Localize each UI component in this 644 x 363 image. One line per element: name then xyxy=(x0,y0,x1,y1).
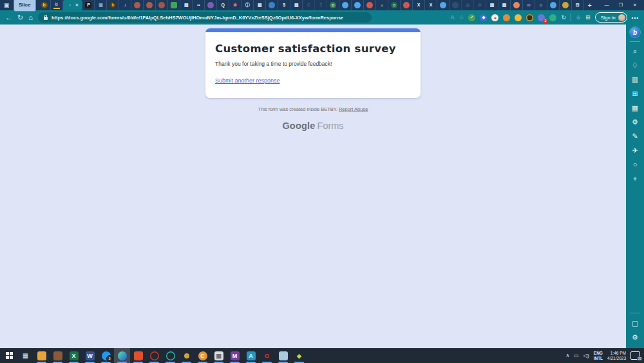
mega-app[interactable]: M xyxy=(227,348,243,363)
tab-blue-dot[interactable] xyxy=(266,0,278,10)
brave[interactable] xyxy=(130,348,146,363)
refresh-button[interactable]: ↻ xyxy=(17,10,23,25)
compose-icon[interactable]: ✎ xyxy=(626,129,644,143)
ext-blue-shield[interactable]: ◆ xyxy=(480,14,487,21)
twitter[interactable]: 3 xyxy=(98,348,114,363)
submit-another-response-link[interactable]: Submit another response xyxy=(215,77,280,84)
tab-gold-b[interactable]: b xyxy=(39,0,51,10)
tab-twitter-3[interactable] xyxy=(437,0,450,10)
tab-gold-b-underline[interactable]: b xyxy=(51,0,63,10)
ext-green-check[interactable]: ✓ xyxy=(468,14,475,21)
read-aloud-icon[interactable]: A xyxy=(450,14,454,21)
notification-center-icon[interactable]: 39 xyxy=(630,351,640,360)
address-bar[interactable]: https://docs.google.com/forms/u/0/d/e/1F… xyxy=(38,12,372,23)
collections-icon[interactable]: ⊞ xyxy=(585,14,591,21)
tab-b-dark-gold[interactable]: b xyxy=(107,0,119,10)
ext-dark-gold[interactable] xyxy=(526,14,533,21)
tab-c-faded[interactable]: C xyxy=(303,0,315,10)
tab-twitter-4[interactable] xyxy=(547,0,560,10)
tab-sound[interactable]: ♪ xyxy=(119,0,131,10)
more-menu-icon[interactable]: ••• xyxy=(632,15,639,21)
tab-pink-1[interactable] xyxy=(364,0,376,10)
tab-x-2[interactable]: X xyxy=(425,0,437,10)
performance-icon[interactable]: ⚙ xyxy=(626,115,644,129)
bing-discover-icon[interactable]: b xyxy=(630,27,640,37)
lock-icon[interactable] xyxy=(44,17,48,20)
tab-tree[interactable]: ▲ xyxy=(376,0,388,10)
excel[interactable]: X xyxy=(66,348,82,363)
window-icon[interactable]: ▢ xyxy=(632,316,638,330)
coin-app[interactable]: C xyxy=(194,348,211,363)
report-abuse-link[interactable]: Report Abuse xyxy=(339,106,368,112)
sign-in-button[interactable]: Sign in xyxy=(595,12,627,23)
store-bag[interactable] xyxy=(50,348,66,363)
close-button[interactable]: ✕ xyxy=(628,0,642,10)
tab-blue-square[interactable]: ▣ xyxy=(95,0,107,10)
ext-yellow-coin[interactable] xyxy=(515,14,522,21)
home-button[interactable]: ⌂ xyxy=(28,10,33,25)
shopping-icon[interactable]: ♢ xyxy=(626,58,644,72)
tab-list-button[interactable]: ⊟ xyxy=(572,0,584,10)
tab-o-faded[interactable]: o xyxy=(535,0,547,10)
tab-star-red[interactable]: ✱ xyxy=(229,0,242,10)
workspaces-icon[interactable]: ▣ xyxy=(2,1,11,9)
anydesk-app[interactable]: A xyxy=(243,348,259,363)
tab-doc-4[interactable]: ▤ xyxy=(486,0,498,10)
drop-icon[interactable]: ○ xyxy=(626,157,644,172)
box3d-app[interactable] xyxy=(275,348,291,363)
tab-doc-1[interactable]: ▤ xyxy=(180,0,193,10)
sync-icon[interactable]: ↻ xyxy=(561,14,566,21)
tab-slash-faded[interactable]: ⊘ xyxy=(474,0,486,10)
tab-w-purple[interactable]: w xyxy=(523,0,535,10)
games-icon[interactable]: ▦ xyxy=(626,101,644,115)
add-sidebar-icon[interactable]: + xyxy=(626,172,644,186)
tab-instagram[interactable] xyxy=(511,0,523,10)
network-icon[interactable]: ▭ xyxy=(574,353,579,358)
tab-doc-3[interactable]: ▤ xyxy=(290,0,303,10)
start-button[interactable] xyxy=(1,348,17,363)
volume-icon[interactable]: ◁) xyxy=(583,353,589,358)
photos-app[interactable]: ▦ xyxy=(211,348,227,363)
tools-icon[interactable]: ▥ xyxy=(626,72,644,86)
clock[interactable]: 1:46 PM 4/21/2023 xyxy=(607,351,626,360)
favorite-add-icon[interactable]: ☆ xyxy=(459,14,464,21)
sidebar-settings-icon[interactable]: ⚙ xyxy=(632,330,638,344)
favorites-star-icon[interactable]: ☆ xyxy=(576,14,581,21)
back-button[interactable]: ← xyxy=(5,10,12,25)
tab-green-o[interactable]: o xyxy=(327,0,339,10)
language-indicator[interactable]: ENG INTL xyxy=(594,351,603,360)
edge[interactable] xyxy=(114,348,130,363)
diamond-app[interactable]: ◆ xyxy=(291,348,307,363)
tab-q[interactable]: Q xyxy=(217,0,229,10)
red-ring-app[interactable] xyxy=(146,348,162,363)
restore-button[interactable]: ❐ xyxy=(614,0,628,10)
tab-purple[interactable] xyxy=(205,0,217,10)
tab-current[interactable]: ▫ ✕ xyxy=(63,0,83,10)
new-tab-button[interactable]: + xyxy=(584,1,596,9)
opera[interactable]: O xyxy=(259,348,275,363)
tab-bird-faded[interactable] xyxy=(450,0,462,10)
office-icon[interactable]: ⊞ xyxy=(626,86,644,101)
tab-dollar[interactable]: $ xyxy=(278,0,290,10)
file-explorer[interactable] xyxy=(33,348,50,363)
word[interactable]: W xyxy=(82,348,98,363)
tab-p[interactable]: P xyxy=(82,0,95,10)
tab-z-faded[interactable]: Z xyxy=(315,0,327,10)
search-icon[interactable]: ⌕ xyxy=(626,44,644,58)
ext-orange[interactable] xyxy=(503,14,510,21)
tab-twitter-2[interactable] xyxy=(352,0,364,10)
tab-red-3[interactable] xyxy=(156,0,168,10)
tab-twitter-1[interactable] xyxy=(339,0,352,10)
tab-pink-2[interactable] xyxy=(401,0,413,10)
tab-green-dark[interactable]: o xyxy=(388,0,401,10)
outlook-icon[interactable]: ✈ xyxy=(626,143,644,157)
ext-puzzle[interactable]: 2 xyxy=(538,14,545,21)
tab-red-1[interactable] xyxy=(131,0,144,10)
tab-red-2[interactable] xyxy=(144,0,156,10)
tray-chevron-icon[interactable]: ∧ xyxy=(565,353,569,358)
tab-gold-bird[interactable] xyxy=(560,0,572,10)
task-view-button[interactable]: ▦ xyxy=(17,348,33,363)
tab-dots[interactable]: •• xyxy=(193,0,205,10)
minimize-button[interactable]: — xyxy=(600,0,614,10)
gold-key-app[interactable] xyxy=(178,348,194,363)
